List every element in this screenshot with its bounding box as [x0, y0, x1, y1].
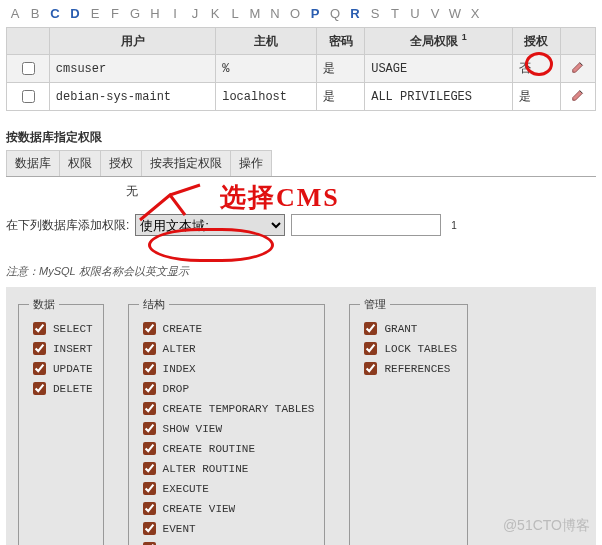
priv-label: INDEX [163, 363, 196, 375]
tab-操作[interactable]: 操作 [230, 150, 272, 176]
db-text-input[interactable] [291, 214, 441, 236]
alpha-V[interactable]: V [426, 6, 444, 21]
cell-pass: 是 [317, 83, 365, 111]
db-priv-title: 按数据库指定权限 [6, 129, 596, 146]
priv-checkbox[interactable] [364, 362, 377, 375]
alpha-G[interactable]: G [126, 6, 144, 21]
alpha-K[interactable]: K [206, 6, 224, 21]
priv-label: ALTER [163, 343, 196, 355]
priv-item: SHOW VIEW [139, 419, 315, 438]
alpha-F[interactable]: F [106, 6, 124, 21]
priv-item: ALTER [139, 339, 315, 358]
edit-icon[interactable] [571, 63, 585, 77]
tab-数据库[interactable]: 数据库 [6, 150, 60, 176]
priv-label: CREATE ROUTINE [163, 443, 255, 455]
cell-user: debian-sys-maint [49, 83, 215, 111]
privileges-area: 数据 SELECTINSERTUPDATEDELETE 结构 CREATEALT… [6, 287, 596, 545]
row-checkbox[interactable] [22, 62, 35, 75]
priv-item: CREATE VIEW [139, 499, 315, 518]
priv-checkbox[interactable] [33, 322, 46, 335]
priv-checkbox[interactable] [143, 362, 156, 375]
alpha-R[interactable]: R [346, 6, 364, 21]
priv-checkbox[interactable] [143, 382, 156, 395]
alpha-M[interactable]: M [246, 6, 264, 21]
priv-checkbox[interactable] [33, 362, 46, 375]
col-host: 主机 [216, 28, 317, 55]
priv-checkbox[interactable] [364, 342, 377, 355]
alpha-C[interactable]: C [46, 6, 64, 21]
priv-data-legend: 数据 [29, 297, 59, 312]
alpha-H[interactable]: H [146, 6, 164, 21]
priv-label: ALTER ROUTINE [163, 463, 249, 475]
alpha-W[interactable]: W [446, 6, 464, 21]
priv-admin: 管理 GRANTLOCK TABLESREFERENCES [349, 297, 468, 545]
priv-item: CREATE ROUTINE [139, 439, 315, 458]
priv-checkbox[interactable] [143, 322, 156, 335]
priv-checkbox[interactable] [364, 322, 377, 335]
alpha-X[interactable]: X [466, 6, 484, 21]
users-tbody: cmsuser%是USAGE否debian-sys-maintlocalhost… [7, 55, 596, 111]
priv-data: 数据 SELECTINSERTUPDATEDELETE [18, 297, 104, 545]
table-header-row: 用户 主机 密码 全局权限 1 授权 [7, 28, 596, 55]
priv-label: EXECUTE [163, 483, 209, 495]
alpha-P[interactable]: P [306, 6, 324, 21]
alpha-A[interactable]: A [6, 6, 24, 21]
priv-label: SHOW VIEW [163, 423, 222, 435]
db-footnote: 1 [451, 220, 457, 231]
priv-admin-items: GRANTLOCK TABLESREFERENCES [360, 319, 457, 378]
edit-icon[interactable] [571, 91, 585, 105]
add-db-priv-row: 在下列数据库添加权限: 使用文本域: 1 [6, 214, 596, 236]
alpha-L[interactable]: L [226, 6, 244, 21]
priv-item: SELECT [29, 319, 93, 338]
watermark: @51CTO博客 [503, 517, 590, 535]
col-checkbox [7, 28, 50, 55]
priv-label: DELETE [53, 383, 93, 395]
alpha-I[interactable]: I [166, 6, 184, 21]
priv-checkbox[interactable] [143, 442, 156, 455]
row-checkbox[interactable] [22, 90, 35, 103]
priv-checkbox[interactable] [143, 502, 156, 515]
priv-item: CREATE TEMPORARY TABLES [139, 399, 315, 418]
alpha-E[interactable]: E [86, 6, 104, 21]
alpha-J[interactable]: J [186, 6, 204, 21]
alpha-T[interactable]: T [386, 6, 404, 21]
alpha-N[interactable]: N [266, 6, 284, 21]
priv-label: CREATE TEMPORARY TABLES [163, 403, 315, 415]
priv-checkbox[interactable] [143, 522, 156, 535]
alpha-Q[interactable]: Q [326, 6, 344, 21]
priv-checkbox[interactable] [143, 342, 156, 355]
annotation-circle-select [148, 228, 274, 262]
priv-item: DELETE [29, 379, 93, 398]
priv-label: GRANT [384, 323, 417, 335]
alpha-O[interactable]: O [286, 6, 304, 21]
priv-label: INSERT [53, 343, 93, 355]
mysql-note: 注意：MySQL 权限名称会以英文显示 [6, 264, 596, 279]
priv-item: EXECUTE [139, 479, 315, 498]
col-action [560, 28, 595, 55]
priv-structure-legend: 结构 [139, 297, 169, 312]
priv-checkbox[interactable] [143, 482, 156, 495]
priv-structure-items: CREATEALTERINDEXDROPCREATE TEMPORARY TAB… [139, 319, 315, 545]
priv-label: REFERENCES [384, 363, 450, 375]
priv-structure: 结构 CREATEALTERINDEXDROPCREATE TEMPORARY … [128, 297, 326, 545]
alpha-B[interactable]: B [26, 6, 44, 21]
priv-label: SELECT [53, 323, 93, 335]
priv-checkbox[interactable] [143, 402, 156, 415]
priv-item: LOCK TABLES [360, 339, 457, 358]
alpha-D[interactable]: D [66, 6, 84, 21]
annotation-circle-edit [525, 52, 553, 76]
alpha-U[interactable]: U [406, 6, 424, 21]
priv-checkbox[interactable] [143, 422, 156, 435]
priv-checkbox[interactable] [143, 462, 156, 475]
priv-label: UPDATE [53, 363, 93, 375]
tab-按表指定权限[interactable]: 按表指定权限 [141, 150, 231, 176]
col-user: 用户 [49, 28, 215, 55]
priv-checkbox[interactable] [33, 342, 46, 355]
tab-授权[interactable]: 授权 [100, 150, 142, 176]
alpha-S[interactable]: S [366, 6, 384, 21]
priv-item: DROP [139, 379, 315, 398]
cell-host: localhost [216, 83, 317, 111]
tab-权限[interactable]: 权限 [59, 150, 101, 176]
priv-checkbox[interactable] [33, 382, 46, 395]
table-row: cmsuser%是USAGE否 [7, 55, 596, 83]
